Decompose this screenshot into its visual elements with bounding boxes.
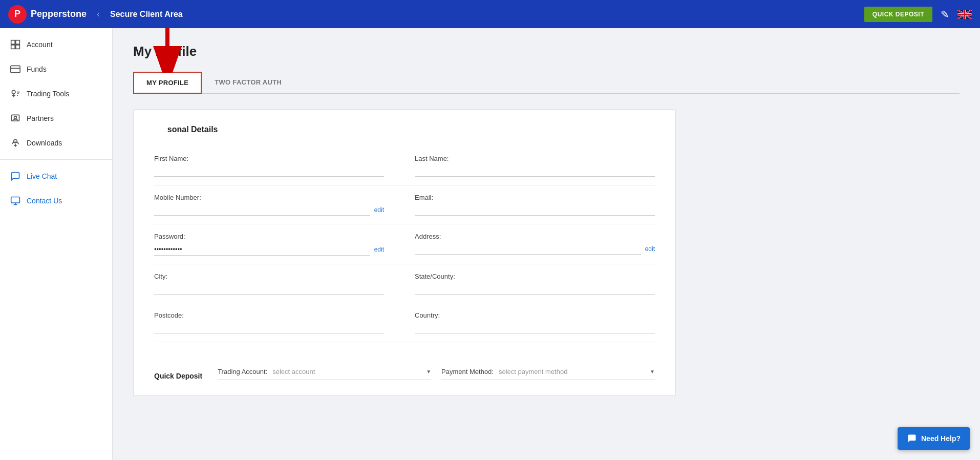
live-chat-icon (10, 171, 20, 181)
field-city: City: (154, 264, 404, 303)
email-label: Email: (415, 194, 655, 201)
sidebar-item-account-label: Account (27, 40, 53, 49)
trading-account-chevron-icon: ▼ (426, 369, 431, 374)
nav-right: QUICK DEPOSIT ✎ (864, 7, 972, 22)
last-name-label: Last Name: (415, 155, 655, 162)
svg-point-7 (12, 90, 15, 94)
first-name-row (154, 165, 384, 177)
language-flag[interactable] (957, 10, 972, 19)
first-name-value (154, 165, 384, 177)
first-name-label: First Name: (154, 155, 384, 162)
trading-account-placeholder: select account (272, 368, 426, 375)
mobile-edit-link[interactable]: edit (374, 206, 384, 214)
sidebar-divider (0, 159, 112, 160)
password-row: •••••••••••• edit (154, 243, 384, 256)
city-row (154, 283, 384, 295)
tab-my-profile[interactable]: MY PROFILE (133, 72, 202, 94)
country-row (415, 322, 655, 333)
sidebar-item-live-chat[interactable]: Live Chat (0, 164, 112, 189)
address-label: Address: (415, 233, 655, 240)
field-mobile: Mobile Number: edit (154, 185, 404, 224)
main-layout: Account Funds Trading Tools (0, 28, 980, 460)
address-edit-link[interactable]: edit (645, 245, 655, 253)
email-row (415, 204, 655, 216)
svg-rect-2 (16, 40, 20, 45)
password-value: •••••••••••• (154, 243, 370, 256)
trading-account-select-wrapper[interactable]: select account ▼ (272, 368, 431, 375)
sidebar-item-partners[interactable]: Partners (0, 106, 112, 131)
payment-method-select-wrapper[interactable]: select payment method ▼ (499, 368, 655, 375)
need-help-label: Need Help? (921, 434, 961, 443)
tab-two-factor-auth[interactable]: TWO FACTOR AUTH (202, 72, 294, 94)
sidebar-item-downloads-label: Downloads (27, 139, 62, 147)
password-edit-link[interactable]: edit (374, 246, 384, 253)
downloads-icon (10, 138, 20, 148)
field-state: State/County: (404, 264, 655, 303)
country-value (415, 322, 655, 333)
mobile-row: edit (154, 204, 384, 216)
sidebar-item-live-chat-label: Live Chat (27, 172, 57, 180)
payment-method-label: Payment Method: (441, 368, 494, 375)
trading-account-field: Trading Account: select account ▼ (218, 368, 431, 380)
nav-left: P Pepperstone ‹ Secure Client Area (8, 5, 183, 24)
user-icon[interactable]: ✎ (941, 8, 949, 20)
city-value (154, 283, 384, 295)
field-email: Email: (404, 185, 655, 224)
city-label: City: (154, 273, 384, 280)
payment-method-chevron-icon: ▼ (650, 369, 655, 374)
field-last-name: Last Name: (404, 147, 655, 185)
brand-name: Pepperstone (31, 9, 87, 19)
sidebar-item-funds-label: Funds (27, 65, 47, 73)
funds-icon (10, 64, 20, 74)
password-label: Password: (154, 233, 384, 240)
contact-us-icon (10, 196, 20, 206)
address-row: edit (415, 243, 655, 255)
svg-point-9 (14, 116, 17, 119)
logo-container: P Pepperstone (8, 5, 87, 24)
nav-title: Secure Client Area (110, 10, 183, 19)
field-first-name: First Name: (154, 147, 404, 185)
field-country: Country: (404, 303, 655, 342)
sidebar: Account Funds Trading Tools (0, 28, 113, 460)
main-content: My Profile MY PROFILE TWO FACTOR AUTH (113, 28, 980, 460)
payment-method-placeholder: select payment method (499, 368, 650, 375)
trading-account-label: Trading Account: (218, 368, 267, 375)
profile-card: Personal Details First Name: Last Name: (133, 109, 676, 396)
partners-icon (10, 113, 20, 123)
section-title: Personal Details (154, 125, 655, 134)
field-postcode: Postcode: (154, 303, 404, 342)
field-password: Password: •••••••••••• edit (154, 224, 404, 264)
svg-rect-1 (11, 40, 15, 45)
sidebar-item-funds[interactable]: Funds (0, 57, 112, 81)
svg-rect-11 (11, 197, 20, 203)
payment-method-field: Payment Method: select payment method ▼ (441, 368, 655, 380)
sidebar-item-partners-label: Partners (27, 114, 54, 122)
postcode-value (154, 322, 384, 333)
mobile-label: Mobile Number: (154, 194, 384, 201)
chat-bubble-icon (907, 433, 917, 444)
nav-divider-icon: ‹ (97, 9, 100, 19)
field-address: Address: edit (404, 224, 655, 264)
sidebar-item-trading-tools[interactable]: Trading Tools (0, 81, 112, 106)
profile-form-grid: First Name: Last Name: Mobile Number: (154, 147, 655, 342)
sidebar-item-downloads[interactable]: Downloads (0, 131, 112, 155)
svg-rect-3 (11, 45, 15, 49)
sidebar-item-contact-us[interactable]: Contact Us (0, 189, 112, 213)
trading-tools-icon (10, 89, 20, 99)
country-label: Country: (415, 311, 655, 319)
quick-deposit-button[interactable]: QUICK DEPOSIT (864, 7, 932, 22)
quick-deposit-fields: Trading Account: select account ▼ Paymen… (218, 368, 655, 380)
postcode-row (154, 322, 384, 333)
logo-icon: P (8, 5, 27, 24)
state-value (415, 283, 655, 295)
state-row (415, 283, 655, 295)
last-name-row (415, 165, 655, 177)
quick-deposit-section: Quick Deposit Trading Account: select ac… (154, 358, 655, 380)
page-title: My Profile (133, 44, 960, 59)
profile-tabs: MY PROFILE TWO FACTOR AUTH (133, 72, 960, 94)
sidebar-item-account[interactable]: Account (0, 32, 112, 57)
svg-rect-4 (16, 45, 20, 49)
email-value (415, 204, 655, 216)
need-help-button[interactable]: Need Help? (898, 427, 970, 450)
account-icon (10, 39, 20, 50)
